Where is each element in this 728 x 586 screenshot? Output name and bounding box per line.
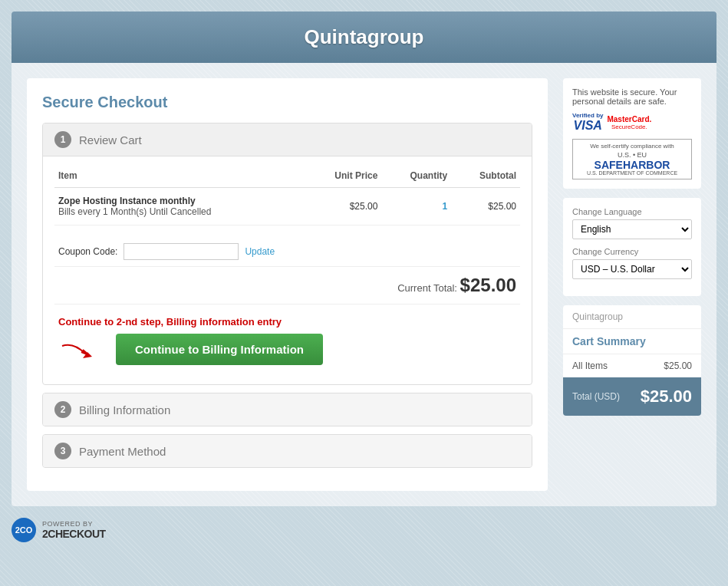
update-link[interactable]: Update [245, 246, 275, 257]
change-currency-label: Change Currency [572, 247, 692, 256]
step-1-section: 1 Review Cart Item Unit Price Quantity S… [42, 123, 532, 385]
step-1-header: 1 Review Cart [43, 123, 532, 156]
summary-all-items-row: All Items $25.00 [563, 354, 701, 377]
continue-billing-button[interactable]: Continue to Billing Information [116, 334, 323, 365]
step-3-number: 3 [54, 443, 71, 459]
current-total-amount: $25.00 [460, 275, 516, 295]
coupon-label: Coupon Code: [58, 246, 117, 257]
main-area: Secure Checkout 1 Review Cart Item Unit … [12, 63, 716, 506]
table-row: Zope Hosting Instance monthly Bills ever… [54, 188, 520, 226]
current-total-label: Current Total: [397, 282, 457, 294]
arrow-area: Continue to Billing Information [58, 334, 516, 365]
total-amount: $25.00 [641, 387, 692, 407]
cart-summary-title: Cart Summary [563, 329, 701, 354]
page-title: Quintagroup [25, 25, 703, 49]
step-3-title: Payment Method [79, 445, 166, 458]
checkout-brand: 2CHECKOUT [42, 528, 106, 540]
cart-content: Item Unit Price Quantity Subtotal Zope H… [43, 156, 532, 384]
item-quantity: 1 [381, 188, 451, 226]
step-2-section: 2 Billing Information [42, 393, 532, 426]
left-panel: Secure Checkout 1 Review Cart Item Unit … [27, 78, 548, 491]
col-subtotal: Subtotal [451, 164, 520, 188]
item-subtotal: $25.00 [451, 188, 520, 226]
col-unit-price: Unit Price [303, 164, 381, 188]
cta-hint: Continue to 2-nd step, Billing informati… [58, 316, 516, 328]
all-items-label: All Items [572, 360, 608, 371]
secure-checkout-title: Secure Checkout [42, 94, 532, 111]
security-text: This website is secure. Your personal de… [572, 87, 692, 106]
options-box: Change Language English French German Sp… [563, 198, 701, 296]
mastercard-badge: MasterCard. SecureCode. [607, 115, 651, 130]
logo-text: 2CO [15, 525, 33, 535]
cta-area: Continue to 2-nd step, Billing informati… [54, 305, 520, 369]
col-quantity: Quantity [381, 164, 451, 188]
safeharbor-text: SAFEHARBOR [576, 160, 688, 170]
cart-summary-box: Quintagroup Cart Summary All Items $25.0… [563, 305, 701, 416]
step-1-number: 1 [54, 131, 71, 148]
cart-table: Item Unit Price Quantity Subtotal Zope H… [54, 164, 520, 226]
safeharbor-title: We self-certify compliance with [576, 143, 688, 150]
item-name: Zope Hosting Instance monthly [58, 196, 299, 206]
summary-total-bar: Total (USD) $25.00 [563, 377, 701, 416]
arrow-icon [58, 338, 104, 361]
powered-by: POWERED BY [42, 520, 106, 528]
badges-row: Verified by VISA MasterCard. SecureCode. [572, 112, 692, 133]
item-cell: Zope Hosting Instance monthly Bills ever… [54, 188, 303, 226]
coupon-input[interactable] [124, 243, 239, 260]
language-select[interactable]: English French German Spanish [572, 219, 692, 239]
col-item: Item [54, 164, 303, 188]
page-header: Quintagroup [12, 12, 716, 63]
footer: 2CO POWERED BY 2CHECKOUT [12, 518, 716, 542]
step-1-title: Review Cart [79, 133, 142, 146]
total-label: Total (USD) [572, 391, 620, 402]
summary-brand: Quintagroup [563, 305, 701, 329]
visa-badge: Verified by VISA [572, 112, 603, 133]
step-2-title: Billing Information [79, 403, 170, 416]
qty-value: 1 [443, 201, 448, 212]
step-2-header: 2 Billing Information [43, 393, 532, 426]
footer-text: POWERED BY 2CHECKOUT [42, 520, 106, 540]
safeharbor-region: U.S. • EU [576, 151, 688, 159]
total-row: Current Total: $25.00 [54, 267, 520, 305]
all-items-amount: $25.00 [664, 360, 692, 371]
item-unit-price: $25.00 [303, 188, 381, 226]
security-box: This website is secure. Your personal de… [563, 78, 701, 189]
step-2-number: 2 [54, 401, 71, 418]
currency-select[interactable]: USD – U.S. Dollar EUR – Euro GBP – Briti… [572, 259, 692, 279]
step-3-header: 3 Payment Method [43, 435, 532, 467]
step-3-section: 3 Payment Method [42, 434, 532, 468]
right-panel: This website is secure. Your personal de… [563, 78, 701, 491]
twoco-logo: 2CO [12, 518, 36, 542]
coupon-row: Coupon Code: Update [54, 237, 520, 267]
change-language-label: Change Language [572, 207, 692, 216]
item-billing: Bills every 1 Month(s) Until Cancelled [58, 206, 299, 217]
safeharbor-dept: U.S. DEPARTMENT OF COMMERCE [576, 170, 688, 176]
safeharbor-box: We self-certify compliance with U.S. • E… [572, 139, 692, 179]
